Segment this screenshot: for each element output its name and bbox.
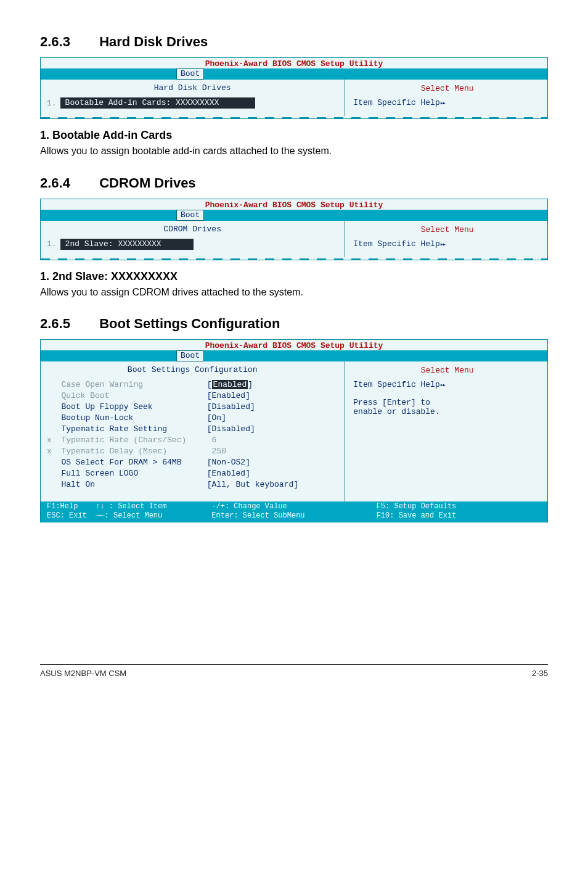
dashed-divider bbox=[41, 257, 547, 260]
section-num: 2.6.3 bbox=[40, 34, 96, 50]
help-line-2: enable or disable. bbox=[353, 407, 541, 416]
footer-f1-help: F1:Help ↑↓ : Select Item bbox=[47, 502, 211, 511]
section-num: 2.6.4 bbox=[40, 175, 96, 191]
opt-halt-on[interactable]: Halt On bbox=[47, 479, 207, 490]
opt-os-select-dram[interactable]: OS Select For DRAM > 64MB bbox=[47, 457, 207, 468]
settings-values: [Enabled] [Enabled] [Disabled] [On] [Dis… bbox=[207, 379, 338, 490]
bios-tab-boot[interactable]: Boot bbox=[176, 68, 204, 80]
section-heading-264: 2.6.4 CDROM Drives bbox=[40, 175, 548, 191]
opt-case-open-warning[interactable]: Case Open Warning bbox=[47, 379, 207, 390]
bios-box-cdrom: Phoenix-Award BIOS CMOS Setup Utility Bo… bbox=[40, 199, 548, 260]
val-quick-boot[interactable]: [Enabled] bbox=[207, 390, 338, 402]
item-specific-help: Item Specific Help bbox=[353, 98, 541, 107]
opt-typematic-delay: x Typematic Delay (Msec) bbox=[47, 446, 207, 457]
footer-setup-defaults: F5: Setup Defaults bbox=[377, 502, 541, 511]
bios-title: Phoenix-Award BIOS CMOS Setup Utility bbox=[41, 340, 547, 350]
arrows-icon bbox=[440, 380, 445, 389]
footer-right: 2-35 bbox=[532, 669, 548, 678]
hdd-item: Bootable Add-in Cards: XXXXXXXXX bbox=[60, 97, 255, 109]
val-typematic-delay: 250 bbox=[207, 446, 338, 457]
footer-select-submenu: Enter: Select SubMenu bbox=[211, 511, 376, 521]
bios-tab-row: Boot bbox=[41, 210, 547, 221]
pane-title: Hard Disk Drives bbox=[47, 83, 338, 93]
arrows-icon bbox=[440, 239, 445, 249]
item-specific-help: Item Specific Help bbox=[353, 380, 541, 389]
opt-typematic-rate-chars: x Typematic Rate (Chars/Sec) bbox=[47, 435, 207, 446]
item-specific-help: Item Specific Help bbox=[353, 239, 541, 249]
hdd-item-row[interactable]: 1. Bootable Add-in Cards: XXXXXXXXX bbox=[47, 97, 338, 109]
cdrom-item: 2nd Slave: XXXXXXXXX bbox=[60, 239, 194, 250]
settings-labels: Case Open Warning Quick Boot Boot Up Flo… bbox=[47, 379, 207, 490]
val-full-screen-logo[interactable]: [Enabled] bbox=[207, 468, 338, 479]
val-boot-up-floppy-seek[interactable]: [Disabled] bbox=[207, 402, 338, 413]
dashed-divider bbox=[41, 116, 547, 118]
opt-boot-up-floppy-seek[interactable]: Boot Up Floppy Seek bbox=[47, 402, 207, 413]
bios-title: Phoenix-Award BIOS CMOS Setup Utility bbox=[41, 58, 547, 68]
paragraph-2nd-slave: Allows you to assign CDROM drives attach… bbox=[40, 286, 548, 299]
subheading-bootable-addin: 1. Bootable Add-in Cards bbox=[40, 129, 548, 142]
bios-tab-row: Boot bbox=[41, 350, 547, 361]
section-title: Hard Disk Drives bbox=[99, 34, 208, 49]
footer-change-value: -/+: Change Value bbox=[211, 502, 376, 511]
footer-esc-exit: ESC: Exit →←: Select Menu bbox=[47, 511, 211, 521]
val-os-select-dram[interactable]: [Non-OS2] bbox=[207, 457, 338, 468]
cdrom-item-row[interactable]: 1. 2nd Slave: XXXXXXXXX bbox=[47, 239, 338, 250]
section-num: 2.6.5 bbox=[40, 316, 96, 332]
val-bootup-num-lock[interactable]: [On] bbox=[207, 413, 338, 424]
select-menu-label: Select Menu bbox=[353, 225, 541, 234]
val-halt-on[interactable]: [All, But keyboard] bbox=[207, 479, 338, 490]
section-heading-265: 2.6.5 Boot Settings Configuration bbox=[40, 316, 548, 332]
bios-box-hdd: Phoenix-Award BIOS CMOS Setup Utility Bo… bbox=[40, 57, 548, 119]
subheading-2nd-slave: 1. 2nd Slave: XXXXXXXXX bbox=[40, 270, 548, 283]
help-line-1: Press [Enter] to bbox=[353, 398, 541, 407]
footer-save-exit: F10: Save and Exit bbox=[377, 511, 541, 521]
row-number: 1. bbox=[47, 239, 57, 249]
pane-title: CDROM Drives bbox=[47, 225, 338, 234]
opt-typematic-rate-setting[interactable]: Typematic Rate Setting bbox=[47, 424, 207, 435]
opt-bootup-num-lock[interactable]: Bootup Num-Lock bbox=[47, 413, 207, 424]
opt-quick-boot[interactable]: Quick Boot bbox=[47, 390, 207, 402]
bios-footer: F1:Help ↑↓ : Select Item ESC: Exit →←: S… bbox=[41, 501, 547, 522]
paragraph-bootable-addin: Allows you to assign bootable add-in car… bbox=[40, 144, 548, 158]
select-menu-label: Select Menu bbox=[353, 83, 541, 93]
spacer bbox=[353, 389, 541, 398]
bios-tab-row: Boot bbox=[41, 68, 547, 80]
select-menu-label: Select Menu bbox=[353, 365, 541, 375]
val-case-open-warning[interactable]: [Enabled] bbox=[207, 379, 338, 390]
bios-box-boot-settings: Phoenix-Award BIOS CMOS Setup Utility Bo… bbox=[40, 339, 548, 522]
opt-full-screen-logo[interactable]: Full Screen LOGO bbox=[47, 468, 207, 479]
bios-tab-boot[interactable]: Boot bbox=[176, 350, 204, 361]
bios-title: Phoenix-Award BIOS CMOS Setup Utility bbox=[41, 199, 547, 210]
section-heading-263: 2.6.3 Hard Disk Drives bbox=[40, 34, 548, 50]
row-number: 1. bbox=[47, 99, 57, 108]
page-footer: ASUS M2NBP-VM CSM 2-35 bbox=[40, 664, 548, 678]
footer-left: ASUS M2NBP-VM CSM bbox=[40, 669, 126, 678]
bios-tab-boot[interactable]: Boot bbox=[176, 210, 204, 221]
arrows-icon bbox=[440, 98, 445, 107]
val-typematic-rate-setting[interactable]: [Disabled] bbox=[207, 424, 338, 435]
section-title: Boot Settings Configuration bbox=[99, 316, 280, 331]
section-title: CDROM Drives bbox=[99, 175, 195, 191]
val-typematic-rate-chars: 6 bbox=[207, 435, 338, 446]
pane-title: Boot Settings Configuration bbox=[47, 365, 338, 374]
